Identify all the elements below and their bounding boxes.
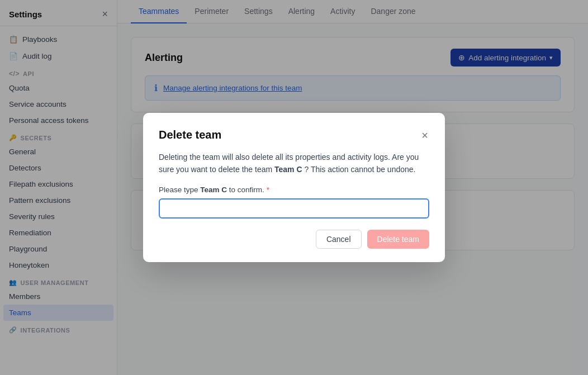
modal-label-team: Team C (200, 186, 227, 194)
confirm-team-name-input[interactable] (159, 198, 429, 219)
modal-body-suffix: ? This action cannot be undone. (304, 165, 415, 174)
modal-header: Delete team × (159, 129, 429, 142)
modal-cancel-button[interactable]: Cancel (316, 230, 362, 249)
modal-team-name: Team C (274, 165, 302, 174)
modal-close-button[interactable]: × (420, 129, 429, 142)
modal-confirm-label: Please type Team C to confirm. * (159, 186, 429, 194)
modal-actions: Cancel Delete team (159, 230, 429, 249)
modal-label-suffix: to confirm. (229, 186, 264, 194)
delete-team-modal: Delete team × Deleting the team will als… (143, 113, 445, 263)
modal-overlay: Delete team × Deleting the team will als… (0, 0, 588, 375)
modal-body: Deleting the team will also delete all i… (159, 151, 429, 176)
modal-title: Delete team (159, 129, 221, 141)
modal-required-marker: * (267, 186, 269, 194)
modal-label-text: Please type (159, 186, 198, 194)
modal-delete-button[interactable]: Delete team (367, 230, 429, 249)
